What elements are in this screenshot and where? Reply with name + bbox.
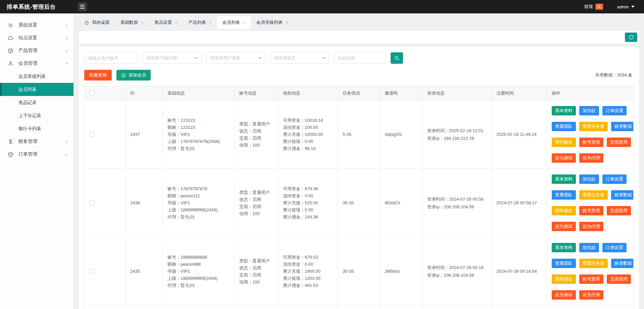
sidebar-subitem[interactable]: 会员等级列表: [0, 70, 73, 83]
sidebar-subitem[interactable]: 银行卡列表: [0, 122, 73, 135]
basic-profile-button[interactable]: 基本资料: [552, 106, 576, 115]
reset-task-count-button[interactable]: 重置任务量: [579, 122, 608, 131]
order-settings-button[interactable]: 订单设置: [602, 243, 627, 252]
field-text: 代理：暂无(0): [167, 282, 230, 289]
account-change-data-button[interactable]: 账变数据: [611, 122, 634, 131]
set-as-agent-button[interactable]: 设为代理: [579, 222, 603, 231]
basic-info-cell: 账号：19988888888昵称：peixun888等级：VIP1上级：1889…: [163, 237, 235, 306]
tab-item[interactable]: 产品列表×: [183, 16, 217, 29]
login-info-cell: [423, 306, 492, 309]
select-all-checkbox[interactable]: [89, 91, 94, 96]
sidebar-subitem[interactable]: 会员列表: [0, 83, 73, 96]
set-as-agent-button[interactable]: 设为代理: [579, 290, 603, 300]
basic-info-cell: [163, 306, 235, 309]
agent-select[interactable]: 请选择下级代理: [143, 52, 202, 64]
disable-trading-button[interactable]: 交易禁用: [607, 206, 631, 215]
add-deduct-funds-button[interactable]: 加扣款: [579, 174, 599, 184]
sidebar-item[interactable]: 系统设置‹: [0, 19, 73, 32]
set-as-test-button[interactable]: 设为测试: [552, 222, 576, 231]
field-text: 状态：启用: [239, 127, 273, 135]
withdraw-menu[interactable]: 提现 5: [584, 4, 603, 10]
view-team-button[interactable]: 查看团队: [552, 259, 576, 268]
close-icon[interactable]: ×: [243, 20, 246, 25]
sidebar-subitem[interactable]: 奖品记录: [0, 96, 73, 109]
disable-account-button[interactable]: 账号禁用: [579, 206, 603, 215]
sidebar-subitem[interactable]: 上下分记录: [0, 109, 73, 122]
account-info-cell: 类型：普通用户状态：启用交易：启用信用：100: [235, 237, 278, 306]
sidebar-item-label: 订单管理: [18, 151, 37, 157]
field-text: 登录时间：2024-07-28 00:58: [427, 195, 487, 203]
set-as-agent-button[interactable]: 设为代理: [579, 153, 603, 163]
field-text: 上级：1889999999(2434): [167, 275, 230, 282]
field-text: 累计佣金：96.14: [283, 145, 333, 152]
close-icon[interactable]: ×: [175, 20, 178, 25]
user-type-select[interactable]: 请选择用户类型: [206, 52, 265, 64]
account-search-input[interactable]: [84, 52, 138, 64]
row-checkbox[interactable]: [89, 132, 94, 137]
tab-label: 会员等级列表: [256, 19, 283, 25]
disable-account-button[interactable]: 账号禁用: [579, 138, 603, 147]
start-time-input[interactable]: [334, 52, 386, 64]
add-deduct-funds-button[interactable]: 加扣款: [579, 243, 599, 252]
cube-icon: [7, 48, 14, 54]
withdraw-label: 提现: [584, 4, 593, 10]
order-settings-button[interactable]: 订单设置: [602, 106, 627, 115]
account-change-data-button[interactable]: 账变数据: [611, 190, 634, 200]
field-text: 可用资金：679.53: [283, 254, 333, 261]
field-text: 登录ip：206.206.104.59: [427, 203, 487, 211]
column-header: 邀请码: [380, 86, 423, 100]
tab-item[interactable]: 会员等级列表×: [251, 16, 294, 29]
app-title: 排单系统-管理后台: [0, 3, 74, 11]
total-count-text: 共有数据：2034 条: [595, 72, 634, 78]
sidebar-item[interactable]: 会员管理‹: [0, 57, 73, 70]
add-deduct-funds-button[interactable]: 加扣款: [579, 106, 599, 115]
batch-disable-button[interactable]: 批量禁用: [84, 70, 112, 81]
withdraw-count-badge: 5: [595, 4, 603, 10]
sidebar-item[interactable]: 订单管理‹: [0, 148, 73, 161]
view-team-button[interactable]: 查看团队: [552, 122, 576, 131]
refresh-button[interactable]: [625, 33, 637, 42]
sidebar-item[interactable]: 站点设置‹: [0, 32, 73, 44]
close-icon[interactable]: ×: [286, 20, 288, 25]
change-password-button[interactable]: 密码修改: [552, 274, 576, 284]
change-password-button[interactable]: 密码修改: [552, 138, 576, 147]
toolbar-row: 批量禁用 添加会员 共有数据：2034 条: [84, 70, 634, 81]
set-as-test-button[interactable]: 设为测试: [552, 290, 576, 300]
tab-item[interactable]: 我的桌面: [79, 16, 115, 29]
actions-cell: 基本资料加扣款订单设置查看团队重置任务量账变数据密码修改账号禁用交易禁用设为测试…: [547, 306, 634, 309]
search-button[interactable]: [391, 52, 403, 64]
basic-profile-button[interactable]: 基本资料: [552, 243, 576, 252]
disable-trading-button[interactable]: 交易禁用: [607, 138, 631, 147]
login-info-cell: 登录时间：2024-07-28 00:58登录ip：206.206.104.59: [423, 169, 492, 237]
add-member-button[interactable]: 添加会员: [116, 70, 151, 81]
field-text: 累计提现：1303.00: [283, 275, 333, 282]
sidebar-item[interactable]: 产品管理‹: [0, 44, 73, 57]
tab-item[interactable]: 基础数据×: [115, 16, 149, 29]
column-header: 任务情况: [338, 86, 380, 100]
row-checkbox[interactable]: [89, 200, 94, 205]
row-checkbox[interactable]: [89, 269, 94, 274]
close-icon[interactable]: ×: [209, 20, 211, 25]
user-menu[interactable]: admin: [617, 4, 635, 9]
status-select[interactable]: 请选择状态: [270, 52, 329, 64]
reset-task-count-button[interactable]: 重置任务量: [579, 190, 608, 200]
disable-trading-button[interactable]: 交易禁用: [607, 274, 631, 284]
register-time: [492, 306, 547, 309]
reset-task-count-button[interactable]: 重置任务量: [579, 259, 608, 268]
sidebar-item[interactable]: $财务管理‹: [0, 135, 73, 148]
set-as-test-button[interactable]: 设为测试: [552, 153, 576, 163]
gear-icon: [7, 22, 14, 29]
view-team-button[interactable]: 查看团队: [552, 190, 576, 200]
basic-info-cell: 账号：17878787878昵称：peixun111等级：VIP1上级：1889…: [163, 169, 235, 237]
tab-active[interactable]: 会员列表×: [217, 16, 251, 29]
tab-item[interactable]: 奖品设置×: [149, 16, 183, 29]
basic-profile-button[interactable]: 基本资料: [552, 174, 576, 184]
order-settings-button[interactable]: 订单设置: [602, 174, 627, 184]
change-password-button[interactable]: 密码修改: [552, 206, 576, 215]
sidebar-toggle-button[interactable]: [78, 2, 87, 11]
field-text: 登录时间：2024-07-28 00:19: [427, 264, 487, 271]
disable-account-button[interactable]: 账号禁用: [579, 274, 603, 284]
close-icon[interactable]: ×: [141, 20, 144, 25]
search-icon: [394, 55, 400, 61]
account-change-data-button[interactable]: 账变数据: [611, 259, 634, 268]
